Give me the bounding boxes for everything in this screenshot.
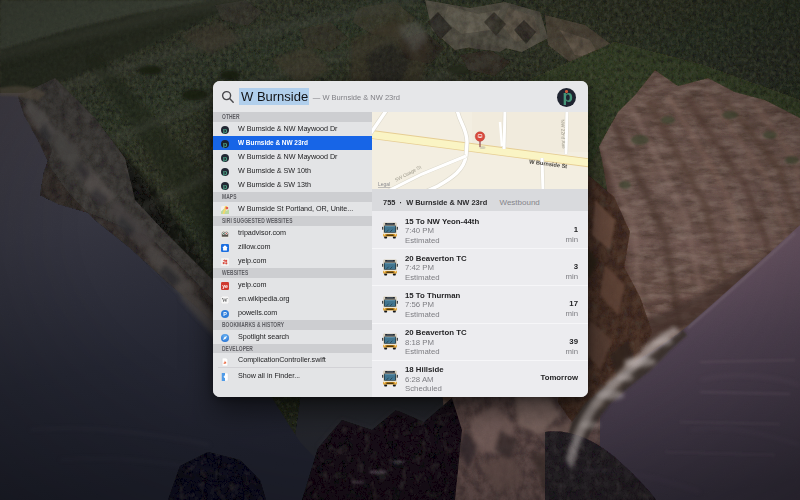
- svg-text:ye: ye: [222, 283, 228, 289]
- svg-text:p: p: [223, 154, 228, 162]
- svg-text:p: p: [223, 168, 228, 176]
- svg-text:NW 22nd Ave: NW 22nd Ave: [560, 119, 566, 149]
- svg-text:W: W: [222, 297, 228, 303]
- svg-text:P: P: [223, 311, 227, 317]
- svg-text:p: p: [223, 140, 228, 148]
- svg-text:Legal: Legal: [378, 181, 390, 187]
- svg-text:p: p: [223, 182, 228, 190]
- svg-text:p: p: [223, 126, 228, 134]
